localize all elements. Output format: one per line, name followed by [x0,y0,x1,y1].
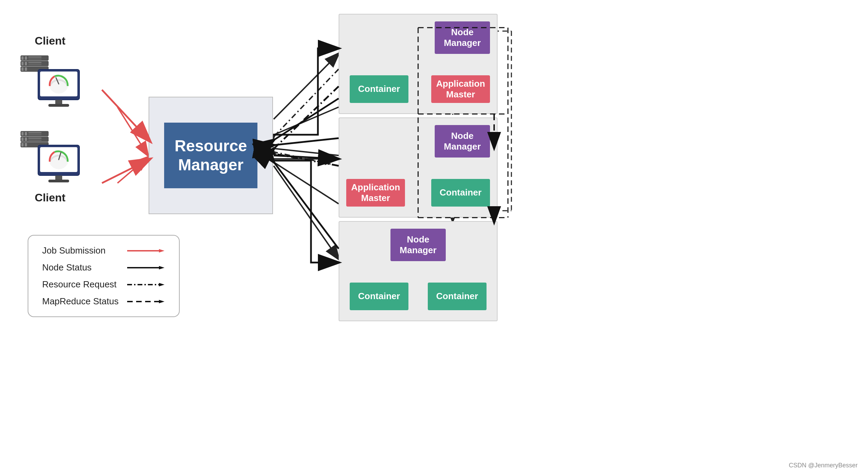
container-3-2: Container [428,283,487,310]
svg-marker-80 [159,283,164,286]
node-panel-2: NodeManager ApplicationMaster Container [339,117,498,218]
svg-rect-28 [28,64,41,65]
svg-marker-76 [159,249,164,253]
svg-rect-23 [28,58,41,60]
client-1-icon [17,52,83,111]
container-1-1: Container [350,75,408,103]
client-2-block: Client [17,128,83,204]
resource-manager-label: ResourceManager [164,123,257,188]
legend-mapreduce-status-label: MapReduce Status [42,296,120,307]
svg-line-66 [274,86,339,149]
client-2-icon [17,128,83,187]
svg-line-63 [274,98,339,140]
svg-rect-31 [25,67,27,71]
svg-line-61 [102,159,150,183]
diagram-container: Client [0,0,868,476]
svg-rect-50 [25,143,27,146]
node-manager-3: NodeManager [390,229,446,261]
svg-rect-25 [21,62,23,65]
svg-line-4 [117,107,148,155]
svg-rect-26 [25,62,27,65]
svg-line-5 [117,157,148,183]
svg-rect-44 [21,137,23,141]
app-master-1: ApplicationMaster [431,75,490,103]
svg-rect-37 [48,104,69,107]
svg-rect-42 [28,134,41,135]
legend-node-status: Node Status [42,262,165,273]
svg-rect-49 [21,143,23,146]
svg-rect-30 [21,67,23,71]
svg-rect-40 [25,132,27,135]
legend-resource-request-line [127,281,165,288]
svg-line-13 [274,152,339,166]
resource-manager-box: ResourceManager [149,97,273,214]
svg-rect-36 [55,100,62,105]
svg-line-7 [274,107,339,135]
legend-mapreduce-status: MapReduce Status [42,296,165,307]
svg-rect-22 [28,56,41,58]
legend-job-submission: Job Submission [42,245,165,256]
app-master-2: ApplicationMaster [346,179,405,207]
container-3-1: Container [350,283,408,310]
svg-rect-20 [21,56,23,60]
svg-line-8 [274,149,339,155]
svg-rect-46 [28,137,41,139]
legend-job-submission-line [127,247,165,254]
svg-rect-45 [25,137,27,141]
svg-line-64 [274,162,339,249]
svg-marker-82 [159,300,164,303]
legend-node-status-label: Node Status [42,262,120,273]
legend-resource-request: Resource Request [42,279,165,290]
legend-resource-request-label: Resource Request [42,279,120,290]
svg-marker-78 [159,266,164,269]
client-1-label: Client [35,35,66,47]
svg-rect-27 [28,62,41,63]
svg-rect-56 [48,180,69,182]
svg-line-65 [274,155,339,159]
node-manager-2: NodeManager [435,125,490,158]
node-manager-1: NodeManager [435,21,490,54]
watermark: CSDN @JenmeryBesser [789,462,858,469]
svg-line-67 [274,154,339,166]
legend-mapreduce-status-line [127,298,165,305]
svg-rect-41 [28,132,41,133]
svg-line-6 [274,54,339,119]
client-2-label: Client [35,191,66,204]
legend-node-status-line [127,264,165,271]
legend-job-submission-label: Job Submission [42,245,120,256]
node-panel-3: NodeManager Container Container [339,221,498,321]
node-panel-1: NodeManager Container ApplicationMaster [339,14,498,114]
container-2-1: Container [431,179,490,207]
svg-line-60 [102,90,150,142]
svg-rect-55 [55,175,62,180]
svg-line-9 [274,162,339,204]
client-1-block: Client [17,35,83,111]
svg-rect-21 [25,56,27,60]
svg-line-12 [274,69,339,136]
svg-line-11 [274,166,339,259]
legend-box: Job Submission Node Status Resource Requ… [28,235,180,317]
svg-rect-39 [21,132,23,135]
svg-line-62 [274,138,339,145]
svg-rect-47 [28,140,41,141]
